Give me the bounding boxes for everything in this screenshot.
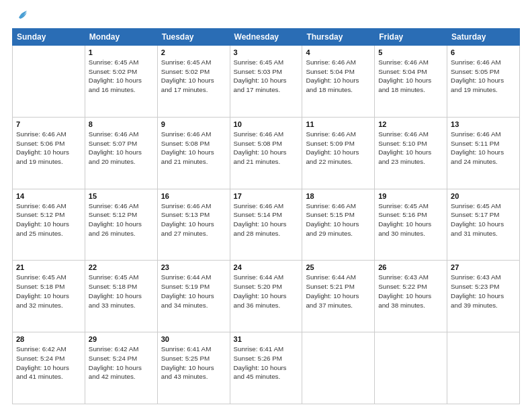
table-row: 7 Sunrise: 6:46 AMSunset: 5:06 PMDayligh… <box>13 117 85 189</box>
day-info: Sunrise: 6:44 AMSunset: 5:20 PMDaylight:… <box>234 273 299 310</box>
table-row: 27 Sunrise: 6:43 AMSunset: 5:23 PMDaylig… <box>447 261 520 332</box>
day-number: 11 <box>306 120 371 128</box>
table-row: 5 Sunrise: 6:46 AMSunset: 5:04 PMDayligh… <box>375 46 447 118</box>
day-info: Sunrise: 6:44 AMSunset: 5:19 PMDaylight:… <box>161 273 226 310</box>
table-row <box>13 46 85 118</box>
table-row <box>447 332 520 404</box>
day-info: Sunrise: 6:42 AMSunset: 5:24 PMDaylight:… <box>16 345 81 381</box>
day-info: Sunrise: 6:46 AMSunset: 5:12 PMDaylight:… <box>89 201 154 238</box>
day-info: Sunrise: 6:45 AMSunset: 5:03 PMDaylight:… <box>234 58 299 95</box>
table-row: 22 Sunrise: 6:45 AMSunset: 5:18 PMDaylig… <box>85 261 157 332</box>
day-number: 15 <box>89 192 154 200</box>
day-number: 16 <box>161 192 226 200</box>
col-sunday: Sunday <box>13 29 85 46</box>
day-info: Sunrise: 6:46 AMSunset: 5:10 PMDaylight:… <box>378 130 443 167</box>
calendar-table: Sunday Monday Tuesday Wednesday Thursday… <box>12 28 520 404</box>
table-row: 29 Sunrise: 6:42 AMSunset: 5:24 PMDaylig… <box>85 332 157 404</box>
col-monday: Monday <box>85 29 157 46</box>
day-info: Sunrise: 6:41 AMSunset: 5:25 PMDaylight:… <box>161 345 226 381</box>
day-number: 29 <box>89 335 154 343</box>
col-tuesday: Tuesday <box>157 29 230 46</box>
logo <box>12 11 28 23</box>
table-row: 20 Sunrise: 6:45 AMSunset: 5:17 PMDaylig… <box>447 189 520 261</box>
calendar-week-row: 21 Sunrise: 6:45 AMSunset: 5:18 PMDaylig… <box>13 261 520 332</box>
table-row: 13 Sunrise: 6:46 AMSunset: 5:11 PMDaylig… <box>447 117 520 189</box>
table-row: 23 Sunrise: 6:44 AMSunset: 5:19 PMDaylig… <box>157 261 230 332</box>
day-info: Sunrise: 6:45 AMSunset: 5:02 PMDaylight:… <box>89 58 154 95</box>
day-info: Sunrise: 6:43 AMSunset: 5:23 PMDaylight:… <box>451 273 516 310</box>
table-row: 24 Sunrise: 6:44 AMSunset: 5:20 PMDaylig… <box>230 261 302 332</box>
day-number: 3 <box>234 48 299 56</box>
table-row: 18 Sunrise: 6:46 AMSunset: 5:15 PMDaylig… <box>302 189 375 261</box>
day-number: 18 <box>306 192 371 200</box>
table-row: 19 Sunrise: 6:45 AMSunset: 5:16 PMDaylig… <box>375 189 447 261</box>
day-number: 20 <box>451 192 516 200</box>
table-row: 28 Sunrise: 6:42 AMSunset: 5:24 PMDaylig… <box>13 332 85 404</box>
day-number: 22 <box>89 263 154 271</box>
table-row: 25 Sunrise: 6:44 AMSunset: 5:21 PMDaylig… <box>302 261 375 332</box>
table-row <box>375 332 447 404</box>
day-info: Sunrise: 6:46 AMSunset: 5:04 PMDaylight:… <box>306 58 371 95</box>
day-info: Sunrise: 6:46 AMSunset: 5:09 PMDaylight:… <box>306 130 371 167</box>
table-row: 31 Sunrise: 6:41 AMSunset: 5:26 PMDaylig… <box>230 332 302 404</box>
day-number: 26 <box>378 263 443 271</box>
header <box>12 11 520 23</box>
day-number: 31 <box>234 335 299 343</box>
day-number: 19 <box>378 192 443 200</box>
table-row: 30 Sunrise: 6:41 AMSunset: 5:25 PMDaylig… <box>157 332 230 404</box>
logo-bird-icon <box>13 8 28 23</box>
table-row: 12 Sunrise: 6:46 AMSunset: 5:10 PMDaylig… <box>375 117 447 189</box>
day-info: Sunrise: 6:46 AMSunset: 5:04 PMDaylight:… <box>378 58 443 95</box>
day-info: Sunrise: 6:43 AMSunset: 5:22 PMDaylight:… <box>378 273 443 310</box>
table-row: 8 Sunrise: 6:46 AMSunset: 5:07 PMDayligh… <box>85 117 157 189</box>
calendar-week-row: 14 Sunrise: 6:46 AMSunset: 5:12 PMDaylig… <box>13 189 520 261</box>
calendar-week-row: 1 Sunrise: 6:45 AMSunset: 5:02 PMDayligh… <box>13 46 520 118</box>
table-row: 15 Sunrise: 6:46 AMSunset: 5:12 PMDaylig… <box>85 189 157 261</box>
day-number: 24 <box>234 263 299 271</box>
table-row: 17 Sunrise: 6:46 AMSunset: 5:14 PMDaylig… <box>230 189 302 261</box>
day-number: 25 <box>306 263 371 271</box>
day-number: 8 <box>89 120 154 128</box>
table-row: 16 Sunrise: 6:46 AMSunset: 5:13 PMDaylig… <box>157 189 230 261</box>
calendar-header-row: Sunday Monday Tuesday Wednesday Thursday… <box>13 29 520 46</box>
table-row: 4 Sunrise: 6:46 AMSunset: 5:04 PMDayligh… <box>302 46 375 118</box>
day-number: 30 <box>161 335 226 343</box>
table-row: 10 Sunrise: 6:46 AMSunset: 5:08 PMDaylig… <box>230 117 302 189</box>
day-number: 2 <box>161 48 226 56</box>
day-info: Sunrise: 6:45 AMSunset: 5:16 PMDaylight:… <box>378 201 443 238</box>
day-number: 7 <box>16 120 81 128</box>
day-number: 21 <box>16 263 81 271</box>
table-row: 14 Sunrise: 6:46 AMSunset: 5:12 PMDaylig… <box>13 189 85 261</box>
day-info: Sunrise: 6:46 AMSunset: 5:12 PMDaylight:… <box>16 201 81 238</box>
calendar-week-row: 28 Sunrise: 6:42 AMSunset: 5:24 PMDaylig… <box>13 332 520 404</box>
day-number: 1 <box>89 48 154 56</box>
day-info: Sunrise: 6:45 AMSunset: 5:17 PMDaylight:… <box>451 201 516 238</box>
table-row: 11 Sunrise: 6:46 AMSunset: 5:09 PMDaylig… <box>302 117 375 189</box>
col-wednesday: Wednesday <box>230 29 302 46</box>
day-info: Sunrise: 6:45 AMSunset: 5:02 PMDaylight:… <box>161 58 226 95</box>
day-info: Sunrise: 6:46 AMSunset: 5:05 PMDaylight:… <box>451 58 516 95</box>
day-info: Sunrise: 6:46 AMSunset: 5:13 PMDaylight:… <box>161 201 226 238</box>
day-number: 12 <box>378 120 443 128</box>
table-row: 21 Sunrise: 6:45 AMSunset: 5:18 PMDaylig… <box>13 261 85 332</box>
day-info: Sunrise: 6:46 AMSunset: 5:07 PMDaylight:… <box>89 130 154 167</box>
day-info: Sunrise: 6:44 AMSunset: 5:21 PMDaylight:… <box>306 273 371 310</box>
day-info: Sunrise: 6:42 AMSunset: 5:24 PMDaylight:… <box>89 345 154 381</box>
day-info: Sunrise: 6:45 AMSunset: 5:18 PMDaylight:… <box>16 273 81 310</box>
day-number: 27 <box>451 263 516 271</box>
day-info: Sunrise: 6:46 AMSunset: 5:08 PMDaylight:… <box>161 130 226 167</box>
day-number: 4 <box>306 48 371 56</box>
day-number: 14 <box>16 192 81 200</box>
day-number: 10 <box>234 120 299 128</box>
table-row: 3 Sunrise: 6:45 AMSunset: 5:03 PMDayligh… <box>230 46 302 118</box>
day-info: Sunrise: 6:45 AMSunset: 5:18 PMDaylight:… <box>89 273 154 310</box>
table-row: 1 Sunrise: 6:45 AMSunset: 5:02 PMDayligh… <box>85 46 157 118</box>
day-info: Sunrise: 6:46 AMSunset: 5:11 PMDaylight:… <box>451 130 516 167</box>
calendar-week-row: 7 Sunrise: 6:46 AMSunset: 5:06 PMDayligh… <box>13 117 520 189</box>
table-row: 9 Sunrise: 6:46 AMSunset: 5:08 PMDayligh… <box>157 117 230 189</box>
day-number: 6 <box>451 48 516 56</box>
col-thursday: Thursday <box>302 29 375 46</box>
day-info: Sunrise: 6:46 AMSunset: 5:08 PMDaylight:… <box>234 130 299 167</box>
col-friday: Friday <box>375 29 447 46</box>
day-info: Sunrise: 6:46 AMSunset: 5:06 PMDaylight:… <box>16 130 81 167</box>
